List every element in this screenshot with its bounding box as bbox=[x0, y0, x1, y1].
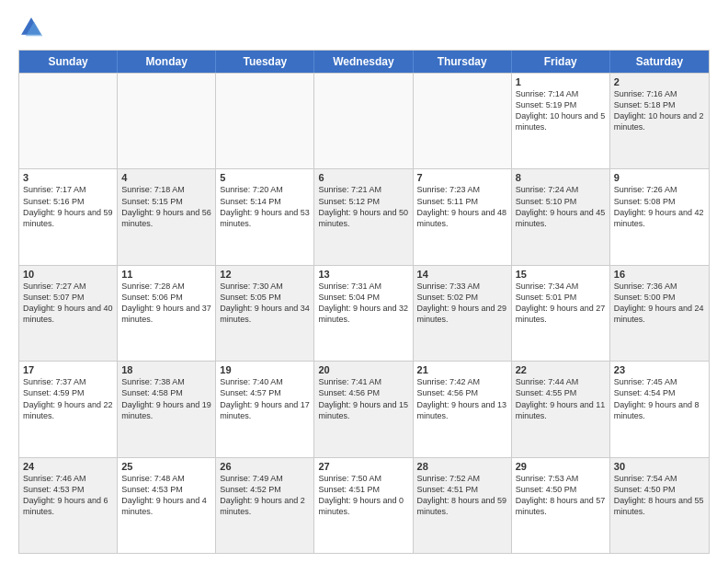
cal-cell-day-27: 27Sunrise: 7:50 AM Sunset: 4:51 PM Dayli… bbox=[314, 458, 413, 553]
day-info: Sunrise: 7:30 AM Sunset: 5:05 PM Dayligh… bbox=[220, 281, 310, 326]
day-info: Sunrise: 7:49 AM Sunset: 4:52 PM Dayligh… bbox=[220, 473, 310, 518]
day-info: Sunrise: 7:37 AM Sunset: 4:59 PM Dayligh… bbox=[23, 376, 113, 421]
day-number: 7 bbox=[417, 172, 507, 183]
cal-cell-day-8: 8Sunrise: 7:24 AM Sunset: 5:10 PM Daylig… bbox=[512, 169, 610, 264]
cal-cell-day-23: 23Sunrise: 7:45 AM Sunset: 4:54 PM Dayli… bbox=[610, 362, 709, 456]
cal-cell-day-3: 3Sunrise: 7:17 AM Sunset: 5:16 PM Daylig… bbox=[19, 169, 118, 264]
day-info: Sunrise: 7:50 AM Sunset: 4:51 PM Dayligh… bbox=[318, 473, 408, 518]
day-number: 27 bbox=[318, 461, 408, 472]
day-info: Sunrise: 7:44 AM Sunset: 4:55 PM Dayligh… bbox=[516, 376, 606, 421]
day-number: 16 bbox=[614, 269, 705, 280]
cal-header-cell-sunday: Sunday bbox=[19, 51, 118, 73]
cal-week-3: 10Sunrise: 7:27 AM Sunset: 5:07 PM Dayli… bbox=[19, 265, 709, 361]
day-info: Sunrise: 7:24 AM Sunset: 5:10 PM Dayligh… bbox=[516, 184, 606, 229]
day-number: 26 bbox=[220, 461, 310, 472]
day-info: Sunrise: 7:54 AM Sunset: 4:50 PM Dayligh… bbox=[614, 473, 705, 518]
cal-week-5: 24Sunrise: 7:46 AM Sunset: 4:53 PM Dayli… bbox=[19, 457, 709, 553]
cal-header-cell-tuesday: Tuesday bbox=[216, 51, 314, 73]
day-info: Sunrise: 7:33 AM Sunset: 5:02 PM Dayligh… bbox=[417, 281, 507, 326]
cal-header-cell-saturday: Saturday bbox=[610, 51, 709, 73]
day-number: 2 bbox=[614, 76, 705, 87]
cal-cell-day-28: 28Sunrise: 7:52 AM Sunset: 4:51 PM Dayli… bbox=[414, 458, 512, 553]
cal-cell-day-7: 7Sunrise: 7:23 AM Sunset: 5:11 PM Daylig… bbox=[414, 169, 512, 264]
calendar-header: SundayMondayTuesdayWednesdayThursdayFrid… bbox=[19, 51, 709, 73]
cal-cell-day-11: 11Sunrise: 7:28 AM Sunset: 5:06 PM Dayli… bbox=[118, 266, 216, 361]
day-number: 8 bbox=[516, 172, 606, 183]
day-info: Sunrise: 7:40 AM Sunset: 4:57 PM Dayligh… bbox=[220, 376, 310, 421]
day-info: Sunrise: 7:46 AM Sunset: 4:53 PM Dayligh… bbox=[23, 473, 113, 518]
day-number: 17 bbox=[23, 364, 113, 375]
cal-cell-day-19: 19Sunrise: 7:40 AM Sunset: 4:57 PM Dayli… bbox=[216, 362, 314, 456]
cal-cell-day-5: 5Sunrise: 7:20 AM Sunset: 5:14 PM Daylig… bbox=[216, 169, 314, 264]
day-number: 9 bbox=[614, 172, 705, 183]
cal-cell-day-15: 15Sunrise: 7:34 AM Sunset: 5:01 PM Dayli… bbox=[512, 266, 610, 361]
day-number: 15 bbox=[516, 269, 606, 280]
day-info: Sunrise: 7:18 AM Sunset: 5:15 PM Dayligh… bbox=[121, 184, 211, 229]
day-number: 29 bbox=[516, 461, 606, 472]
cal-cell-day-26: 26Sunrise: 7:49 AM Sunset: 4:52 PM Dayli… bbox=[216, 458, 314, 553]
day-info: Sunrise: 7:36 AM Sunset: 5:00 PM Dayligh… bbox=[614, 281, 705, 326]
day-number: 28 bbox=[417, 461, 507, 472]
day-info: Sunrise: 7:23 AM Sunset: 5:11 PM Dayligh… bbox=[417, 184, 507, 229]
cal-cell-day-16: 16Sunrise: 7:36 AM Sunset: 5:00 PM Dayli… bbox=[610, 266, 709, 361]
day-info: Sunrise: 7:27 AM Sunset: 5:07 PM Dayligh… bbox=[23, 281, 113, 326]
cal-cell-day-25: 25Sunrise: 7:48 AM Sunset: 4:53 PM Dayli… bbox=[118, 458, 216, 553]
day-number: 21 bbox=[417, 364, 507, 375]
day-number: 24 bbox=[23, 461, 113, 472]
cal-week-1: 1Sunrise: 7:14 AM Sunset: 5:19 PM Daylig… bbox=[19, 73, 709, 168]
cal-cell-day-22: 22Sunrise: 7:44 AM Sunset: 4:55 PM Dayli… bbox=[512, 362, 610, 456]
day-info: Sunrise: 7:45 AM Sunset: 4:54 PM Dayligh… bbox=[614, 376, 705, 421]
day-number: 25 bbox=[121, 461, 211, 472]
day-info: Sunrise: 7:16 AM Sunset: 5:18 PM Dayligh… bbox=[614, 88, 705, 133]
cal-cell-day-6: 6Sunrise: 7:21 AM Sunset: 5:12 PM Daylig… bbox=[314, 169, 413, 264]
day-number: 18 bbox=[121, 364, 211, 375]
cal-cell-empty bbox=[216, 74, 314, 168]
cal-cell-day-13: 13Sunrise: 7:31 AM Sunset: 5:04 PM Dayli… bbox=[314, 266, 413, 361]
day-info: Sunrise: 7:17 AM Sunset: 5:16 PM Dayligh… bbox=[23, 184, 113, 229]
cal-cell-day-4: 4Sunrise: 7:18 AM Sunset: 5:15 PM Daylig… bbox=[118, 169, 216, 264]
day-number: 6 bbox=[318, 172, 408, 183]
cal-cell-day-21: 21Sunrise: 7:42 AM Sunset: 4:56 PM Dayli… bbox=[414, 362, 512, 456]
day-info: Sunrise: 7:53 AM Sunset: 4:50 PM Dayligh… bbox=[516, 473, 606, 518]
cal-cell-empty bbox=[414, 74, 512, 168]
cal-week-4: 17Sunrise: 7:37 AM Sunset: 4:59 PM Dayli… bbox=[19, 361, 709, 456]
day-number: 5 bbox=[220, 172, 310, 183]
day-info: Sunrise: 7:52 AM Sunset: 4:51 PM Dayligh… bbox=[417, 473, 507, 518]
cal-cell-day-29: 29Sunrise: 7:53 AM Sunset: 4:50 PM Dayli… bbox=[512, 458, 610, 553]
logo bbox=[18, 15, 48, 40]
day-number: 10 bbox=[23, 269, 113, 280]
day-info: Sunrise: 7:42 AM Sunset: 4:56 PM Dayligh… bbox=[417, 376, 507, 421]
day-info: Sunrise: 7:34 AM Sunset: 5:01 PM Dayligh… bbox=[516, 281, 606, 326]
day-number: 14 bbox=[417, 269, 507, 280]
day-number: 4 bbox=[121, 172, 211, 183]
day-number: 12 bbox=[220, 269, 310, 280]
day-number: 22 bbox=[516, 364, 606, 375]
cal-header-cell-wednesday: Wednesday bbox=[314, 51, 413, 73]
day-number: 3 bbox=[23, 172, 113, 183]
day-info: Sunrise: 7:20 AM Sunset: 5:14 PM Dayligh… bbox=[220, 184, 310, 229]
day-number: 30 bbox=[614, 461, 705, 472]
cal-cell-day-17: 17Sunrise: 7:37 AM Sunset: 4:59 PM Dayli… bbox=[19, 362, 118, 456]
cal-header-cell-friday: Friday bbox=[512, 51, 610, 73]
cal-cell-day-24: 24Sunrise: 7:46 AM Sunset: 4:53 PM Dayli… bbox=[19, 458, 118, 553]
day-info: Sunrise: 7:14 AM Sunset: 5:19 PM Dayligh… bbox=[516, 88, 606, 133]
cal-cell-day-10: 10Sunrise: 7:27 AM Sunset: 5:07 PM Dayli… bbox=[19, 266, 118, 361]
day-number: 23 bbox=[614, 364, 705, 375]
cal-cell-empty bbox=[19, 74, 118, 168]
cal-cell-day-30: 30Sunrise: 7:54 AM Sunset: 4:50 PM Dayli… bbox=[610, 458, 709, 553]
logo-icon bbox=[18, 15, 44, 40]
day-number: 11 bbox=[121, 269, 211, 280]
cal-cell-day-12: 12Sunrise: 7:30 AM Sunset: 5:05 PM Dayli… bbox=[216, 266, 314, 361]
cal-cell-day-14: 14Sunrise: 7:33 AM Sunset: 5:02 PM Dayli… bbox=[414, 266, 512, 361]
day-info: Sunrise: 7:31 AM Sunset: 5:04 PM Dayligh… bbox=[318, 281, 408, 326]
cal-cell-empty bbox=[118, 74, 216, 168]
day-info: Sunrise: 7:21 AM Sunset: 5:12 PM Dayligh… bbox=[318, 184, 408, 229]
page: SundayMondayTuesdayWednesdayThursdayFrid… bbox=[0, 0, 728, 563]
cal-header-cell-monday: Monday bbox=[118, 51, 216, 73]
day-number: 13 bbox=[318, 269, 408, 280]
day-info: Sunrise: 7:38 AM Sunset: 4:58 PM Dayligh… bbox=[121, 376, 211, 421]
day-info: Sunrise: 7:28 AM Sunset: 5:06 PM Dayligh… bbox=[121, 281, 211, 326]
cal-cell-day-2: 2Sunrise: 7:16 AM Sunset: 5:18 PM Daylig… bbox=[610, 74, 709, 168]
day-info: Sunrise: 7:26 AM Sunset: 5:08 PM Dayligh… bbox=[614, 184, 705, 229]
calendar: SundayMondayTuesdayWednesdayThursdayFrid… bbox=[18, 50, 710, 554]
